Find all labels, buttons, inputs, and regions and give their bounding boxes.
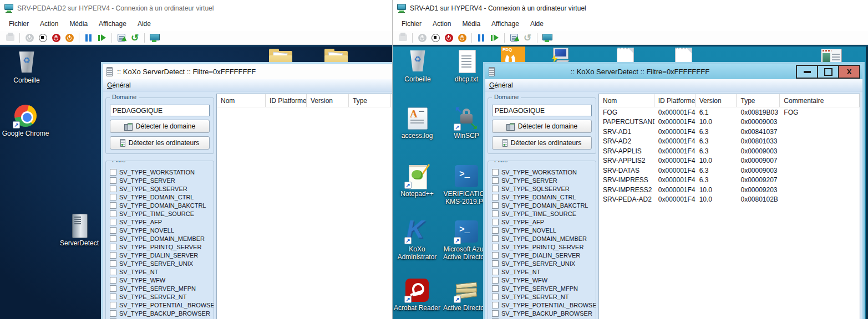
domain-input[interactable]: PEDAGOGIQUE bbox=[110, 105, 210, 116]
filter-sv_type_server[interactable]: SV_TYPE_SERVER bbox=[110, 176, 210, 184]
desktop-icon-corbeille[interactable]: Corbeille bbox=[2, 50, 51, 84]
detect-computers-button[interactable]: Détecter les ordinateurs bbox=[110, 136, 210, 150]
checkbox-icon[interactable] bbox=[492, 277, 499, 284]
filter-sv_type_server_unix[interactable]: SV_TYPE_SERVER_UNIX bbox=[492, 259, 592, 267]
column-header-version[interactable]: Version bbox=[307, 94, 349, 107]
checkbox-icon[interactable] bbox=[110, 210, 116, 217]
column-header-type[interactable]: Type bbox=[737, 94, 780, 107]
checkbox-icon[interactable] bbox=[492, 244, 499, 250]
filter-sv_type_backup_browser[interactable]: SV_TYPE_BACKUP_BROWSER bbox=[110, 309, 210, 317]
koxo-titlebar[interactable]: :: KoXo ServerDetect :: Filtre=0xFFFFFFF… bbox=[485, 64, 862, 79]
menu-general[interactable]: Général bbox=[489, 81, 513, 89]
checkbox-icon[interactable] bbox=[110, 252, 116, 259]
desktop-icon-notepad-plus-plus[interactable]: ↗Notepad++ bbox=[393, 163, 441, 198]
filter-sv_type_wfw[interactable]: SV_TYPE_WFW bbox=[110, 276, 210, 284]
filter-sv_type_dialin_server[interactable]: SV_TYPE_DIALIN_SERVER bbox=[492, 251, 592, 259]
pause-vm-icon[interactable] bbox=[475, 32, 488, 43]
desktop-icon-google-chrome[interactable]: ↗Google Chrome bbox=[1, 103, 50, 137]
filter-sv_type_domain_bakctrl[interactable]: SV_TYPE_DOMAIN_BAKCTRL bbox=[110, 201, 210, 209]
checkbox-icon[interactable] bbox=[492, 235, 499, 242]
detect-domain-button[interactable]: Détecter le domaine bbox=[110, 120, 210, 133]
column-header-idplatforme[interactable]: ID Platforme bbox=[654, 94, 696, 107]
filter-sv_type_dialin_server[interactable]: SV_TYPE_DIALIN_SERVER bbox=[110, 251, 210, 259]
table-row[interactable]: SRV-APPLIS20x000001F410.00x00009007 bbox=[599, 156, 860, 166]
checkbox-icon[interactable] bbox=[110, 235, 116, 242]
desktop-icon-corbeille[interactable]: Corbeille bbox=[393, 49, 442, 83]
close-button[interactable]: X bbox=[838, 65, 860, 79]
table-row[interactable]: PAPERCUTSAND...0x000001F410.00x00009003 bbox=[599, 117, 860, 127]
table-row[interactable]: SRV-DATAS0x000001F46.30x00009003 bbox=[599, 166, 860, 176]
start-vm-icon[interactable] bbox=[23, 32, 35, 43]
filter-sv_type_potential_browser[interactable]: SV_TYPE_POTENTIAL_BROWSER bbox=[492, 301, 592, 309]
filter-sv_type_domain_ctrl[interactable]: SV_TYPE_DOMAIN_CTRL bbox=[492, 193, 592, 201]
checkbox-icon[interactable] bbox=[110, 260, 116, 267]
checkbox-icon[interactable] bbox=[110, 169, 116, 176]
server-list-view[interactable]: NomID PlatformeVersionType bbox=[216, 94, 392, 319]
desktop-icon-serverdetect[interactable]: ServerDetect bbox=[55, 213, 104, 247]
turn-off-vm-icon[interactable] bbox=[37, 32, 49, 43]
checkbox-icon[interactable] bbox=[110, 302, 116, 308]
checkbox-icon[interactable] bbox=[492, 169, 499, 176]
table-row[interactable]: SRV-AD20x000001F46.30x00801033 bbox=[599, 137, 860, 147]
filter-sv_type_nt[interactable]: SV_TYPE_NT bbox=[492, 267, 592, 276]
filter-sv_type_wfw[interactable]: SV_TYPE_WFW bbox=[492, 276, 592, 284]
filter-sv_type_afp[interactable]: SV_TYPE_AFP bbox=[492, 218, 592, 226]
filter-sv_type_server_nt[interactable]: SV_TYPE_SERVER_NT bbox=[492, 292, 592, 301]
column-header-commentaire[interactable]: Commentaire bbox=[780, 94, 860, 107]
menu-mdia[interactable]: Média bbox=[64, 18, 93, 29]
checkbox-icon[interactable] bbox=[492, 219, 499, 225]
checkbox-icon[interactable] bbox=[492, 285, 499, 292]
column-header-nom[interactable]: Nom bbox=[599, 94, 654, 107]
koxo-titlebar[interactable]: :: KoXo ServerDetect :: Filtre=0xFFFFFFF… bbox=[103, 64, 392, 79]
maximize-button[interactable] bbox=[817, 65, 839, 79]
checkbox-icon[interactable] bbox=[110, 177, 116, 184]
checkbox-icon[interactable] bbox=[492, 186, 499, 192]
column-header-type[interactable]: Type bbox=[349, 94, 391, 107]
filter-sv_type_server_unix[interactable]: SV_TYPE_SERVER_UNIX bbox=[110, 259, 210, 267]
filter-sv_type_novell[interactable]: SV_TYPE_NOVELL bbox=[492, 226, 592, 234]
filter-sv_type_afp[interactable]: SV_TYPE_AFP bbox=[110, 218, 210, 226]
checkbox-icon[interactable] bbox=[110, 277, 116, 284]
menu-affichage[interactable]: Affichage bbox=[93, 18, 132, 29]
resume-vm-icon[interactable] bbox=[489, 32, 501, 43]
checkbox-icon[interactable] bbox=[492, 260, 499, 267]
menu-affichage[interactable]: Affichage bbox=[486, 18, 525, 29]
column-header-version[interactable]: Version bbox=[696, 94, 737, 107]
filter-sv_type_sqlserver[interactable]: SV_TYPE_SQLSERVER bbox=[110, 184, 210, 193]
enhanced-session-icon[interactable] bbox=[148, 32, 160, 43]
resume-vm-icon[interactable] bbox=[96, 32, 108, 43]
filter-sv_type_backup_browser[interactable]: SV_TYPE_BACKUP_BROWSER bbox=[492, 309, 592, 317]
shut-down-guest-icon[interactable] bbox=[63, 32, 75, 43]
shut-down-guest-icon[interactable] bbox=[456, 32, 468, 43]
column-header-nom[interactable]: Nom bbox=[217, 94, 266, 107]
filter-sv_type_time_source[interactable]: SV_TYPE_TIME_SOURCE bbox=[110, 209, 210, 218]
checkpoint-icon[interactable] bbox=[508, 32, 520, 43]
column-header-idplatforme[interactable]: ID Platforme bbox=[266, 94, 307, 107]
checkpoint-icon[interactable] bbox=[115, 32, 128, 43]
detect-computers-button[interactable]: Détecter les ordinateurs bbox=[492, 136, 592, 150]
filter-sv_type_potential_browser[interactable]: SV_TYPE_POTENTIAL_BROWSER bbox=[110, 301, 210, 309]
menu-fichier[interactable]: Fichier bbox=[396, 18, 427, 29]
checkbox-icon[interactable] bbox=[110, 202, 116, 209]
menu-general[interactable]: Général bbox=[107, 81, 131, 89]
revert-icon[interactable]: ↺ bbox=[129, 32, 141, 43]
table-row[interactable]: SRV-IMPRESS0x000001F46.30x00009207 bbox=[599, 176, 860, 186]
checkbox-icon[interactable] bbox=[492, 202, 499, 209]
filter-sv_type_workstation[interactable]: SV_TYPE_WORKSTATION bbox=[110, 168, 210, 176]
filter-sv_type_printq_server[interactable]: SV_TYPE_PRINTQ_SERVER bbox=[110, 243, 210, 251]
shut-down-vm-icon[interactable] bbox=[443, 32, 455, 43]
filter-sv_type_server[interactable]: SV_TYPE_SERVER bbox=[492, 176, 592, 184]
filter-sv_type_server_nt[interactable]: SV_TYPE_SERVER_NT bbox=[110, 292, 210, 301]
checkbox-icon[interactable] bbox=[492, 252, 499, 259]
vm-titlebar[interactable]: SRV-AD1 sur HYPERV4 - Connexion à un ord… bbox=[393, 0, 868, 17]
checkbox-icon[interactable] bbox=[110, 194, 116, 200]
desktop-icon-acrobat-reader[interactable]: ↗Acrobat Reader bbox=[393, 277, 441, 312]
menu-action[interactable]: Action bbox=[427, 18, 456, 29]
start-vm-icon[interactable] bbox=[416, 32, 428, 43]
pause-vm-icon[interactable] bbox=[83, 32, 95, 43]
menu-mdia[interactable]: Média bbox=[456, 18, 486, 29]
filter-sv_type_novell[interactable]: SV_TYPE_NOVELL bbox=[110, 226, 210, 234]
filter-sv_type_domain_bakctrl[interactable]: SV_TYPE_DOMAIN_BAKCTRL bbox=[492, 201, 592, 209]
filter-sv_type_nt[interactable]: SV_TYPE_NT bbox=[110, 267, 210, 276]
checkbox-icon[interactable] bbox=[492, 194, 499, 200]
